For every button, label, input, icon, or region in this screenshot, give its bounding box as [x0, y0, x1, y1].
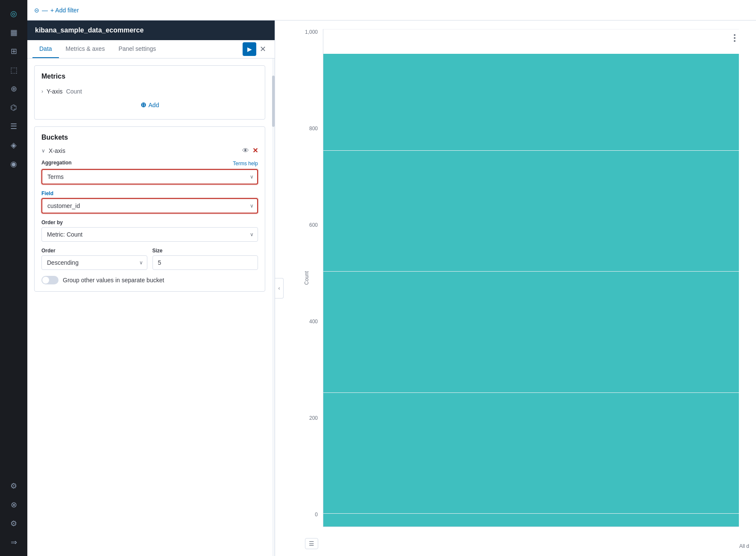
legend-icon: ☰ [309, 540, 314, 547]
dot3 [734, 40, 735, 42]
bucket-header: ∨ X-axis 👁 ✕ [41, 146, 258, 155]
sidebar-icon-menu[interactable]: ⇒ [5, 534, 22, 551]
close-button[interactable]: ✕ [256, 43, 270, 56]
grid-line-top [323, 29, 739, 29]
aggregation-select[interactable]: Terms [41, 169, 258, 184]
add-filter-button[interactable]: ⊝ — + Add filter [34, 7, 79, 14]
order-by-select[interactable]: Metric: Count [41, 227, 258, 242]
add-label: Add [149, 102, 159, 108]
bars-area: Count [323, 29, 739, 527]
y-label-0: 0 [315, 512, 318, 518]
order-select[interactable]: Descending [41, 255, 147, 270]
sidebar-icon-ml[interactable]: ⌬ [5, 99, 22, 116]
sidebar-icon-settings[interactable]: ⚙ [5, 515, 22, 532]
sidebar-icon-uptime[interactable]: ◉ [5, 155, 22, 173]
size-input[interactable] [152, 255, 258, 270]
tab-data[interactable]: Data [32, 40, 59, 58]
panel-body: Metrics › Y-axis Count ⊕ Add Buc [27, 59, 272, 556]
metrics-section: Metrics › Y-axis Count ⊕ Add [34, 65, 265, 120]
filter-separator: — [42, 7, 48, 14]
plus-icon: ⊕ [141, 101, 146, 109]
y-label-400: 400 [309, 319, 318, 325]
sidebar-icon-visualize[interactable]: ⊞ [5, 43, 22, 60]
panel-scroll-thumb [272, 76, 275, 127]
add-filter-label: + Add filter [50, 7, 79, 14]
sidebar-icon-compass[interactable]: ◎ [5, 5, 22, 22]
y-label-600: 600 [309, 222, 318, 228]
filter-icon: ⊝ [34, 7, 39, 14]
sidebar: ◎ ▦ ⊞ ⬚ ⊕ ⌬ ☰ ◈ ◉ ⚙ ⊗ ⚙ ⇒ [0, 0, 27, 556]
topbar: ⊝ — + Add filter [27, 0, 756, 20]
chevron-icon: › [41, 88, 43, 94]
xaxis-row: ∨ X-axis [41, 147, 65, 154]
chart-area: ‹ 1,000 800 600 400 200 0 Count [275, 20, 756, 556]
bucket-actions: 👁 ✕ [242, 146, 258, 155]
chart-options-button[interactable] [734, 34, 735, 42]
y-axis-title: Count [304, 271, 310, 284]
chart-plot: Count [323, 29, 739, 530]
chevron-down-icon: ∨ [41, 148, 45, 154]
index-pattern-header: kibana_sample_data_ecommerce [27, 20, 275, 40]
run-icon: ▶ [247, 46, 252, 53]
order-label: Order [41, 248, 147, 254]
field-select[interactable]: customer_id [41, 198, 258, 214]
order-group: Order Descending ∨ [41, 248, 147, 270]
tab-panel-settings[interactable]: Panel settings [111, 40, 163, 58]
aggregation-group: Aggregation Terms help Terms ∨ [41, 160, 258, 184]
sidebar-icon-dashboard[interactable]: ▦ [5, 24, 22, 41]
sidebar-icon-canvas[interactable]: ⬚ [5, 61, 22, 79]
sidebar-icon-devtools[interactable]: ⚙ [5, 477, 22, 495]
aggregation-select-wrapper: Terms ∨ [41, 169, 258, 184]
sidebar-icon-maps[interactable]: ⊕ [5, 80, 22, 97]
panel-tabs: Data Metrics & axes Panel settings ▶ ✕ [27, 40, 275, 59]
size-group: Size [152, 248, 258, 270]
y-axis-value: Count [66, 88, 82, 95]
field-group: Field customer_id ∨ [41, 190, 258, 214]
editor-panel: kibana_sample_data_ecommerce Data Metric… [27, 20, 275, 556]
metrics-title: Metrics [41, 73, 258, 80]
y-axis-row: › Y-axis Count [41, 85, 258, 97]
run-button[interactable]: ▶ [243, 42, 256, 56]
main-content: ⊝ — + Add filter kibana_sample_data_ecom… [27, 0, 756, 556]
toggle-row: Group other values in separate bucket [41, 276, 258, 284]
order-select-wrapper: Descending ∨ [41, 255, 147, 270]
chart-container: 1,000 800 600 400 200 0 Count [275, 20, 756, 556]
delete-bucket-icon[interactable]: ✕ [252, 146, 258, 155]
eye-icon[interactable]: 👁 [242, 147, 249, 155]
sidebar-icon-logs[interactable]: ☰ [5, 118, 22, 135]
buckets-section: Buckets ∨ X-axis 👁 ✕ [34, 126, 265, 292]
chart-bottom [323, 527, 739, 530]
y-label-200: 200 [309, 415, 318, 421]
order-by-group: Order by Metric: Count ∨ [41, 219, 258, 242]
order-size-row: Order Descending ∨ Size [41, 248, 258, 276]
chart-legend-button[interactable]: ☰ [305, 538, 318, 549]
aggregation-label: Aggregation [41, 160, 72, 166]
y-axis-label: Y-axis [47, 88, 63, 95]
content-area: kibana_sample_data_ecommerce Data Metric… [27, 20, 756, 556]
size-label: Size [152, 248, 258, 254]
teal-bar [323, 54, 739, 527]
y-label-800: 800 [309, 126, 318, 132]
y-label-1000: 1,000 [305, 29, 318, 35]
all-data-label: All d [739, 543, 749, 549]
aggregation-header: Aggregation Terms help [41, 160, 258, 167]
dot2 [734, 37, 735, 39]
panel-scrollbar [272, 59, 275, 556]
field-select-wrapper: customer_id ∨ [41, 198, 258, 214]
sidebar-icon-apm[interactable]: ◈ [5, 137, 22, 154]
index-pattern-title: kibana_sample_data_ecommerce [35, 26, 144, 34]
tab-metrics-axes[interactable]: Metrics & axes [59, 40, 112, 58]
sidebar-icon-stack[interactable]: ⊗ [5, 496, 22, 513]
group-other-toggle[interactable] [41, 276, 59, 284]
dot1 [734, 34, 735, 36]
toggle-label: Group other values in separate bucket [63, 277, 164, 284]
xaxis-label: X-axis [49, 147, 65, 154]
field-label: Field [41, 190, 258, 196]
order-by-label: Order by [41, 219, 258, 225]
add-metric-button[interactable]: ⊕ Add [41, 97, 258, 112]
order-by-select-wrapper: Metric: Count ∨ [41, 227, 258, 242]
terms-help-link[interactable]: Terms help [233, 161, 258, 167]
buckets-title: Buckets [41, 134, 258, 141]
